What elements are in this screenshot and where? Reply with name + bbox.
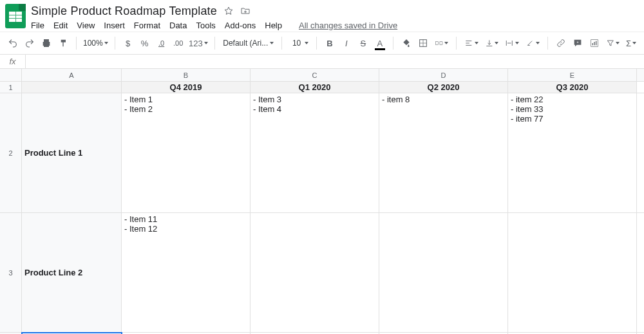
separator xyxy=(281,37,282,50)
separator xyxy=(456,37,457,50)
menu-help[interactable]: Help xyxy=(265,21,282,30)
cell-A2[interactable]: Product Line 1 xyxy=(22,93,122,212)
document-title[interactable]: Simple Product Roadmap Template xyxy=(31,5,217,18)
cell-A1[interactable] xyxy=(22,82,122,93)
paint-format-button[interactable] xyxy=(55,35,71,51)
cell-E3[interactable] xyxy=(508,213,637,332)
separator xyxy=(115,37,115,50)
menu-bar: File Edit View Insert Format Data Tools … xyxy=(31,18,397,32)
fill-color-button[interactable] xyxy=(399,35,414,51)
cell-D1[interactable]: Q2 2020 xyxy=(379,82,508,93)
borders-button[interactable] xyxy=(415,35,431,51)
svg-rect-15 xyxy=(594,42,594,45)
bold-button[interactable]: B xyxy=(322,35,337,51)
column-header-E[interactable]: E xyxy=(508,69,637,81)
separator xyxy=(214,37,215,50)
separator xyxy=(76,37,77,50)
cell-C2[interactable]: - Item 3 - Item 4 xyxy=(251,93,379,212)
row-header-1[interactable]: 1 xyxy=(0,82,22,93)
cell-B1[interactable]: Q4 2019 xyxy=(122,82,251,93)
toolbar: 100% $ % .0 .00 123 Default (Ari... 10 B… xyxy=(0,32,644,55)
separator xyxy=(393,37,393,50)
column-header-D[interactable]: D xyxy=(379,69,508,81)
cell-C3[interactable] xyxy=(251,213,379,332)
italic-button[interactable]: I xyxy=(339,35,354,51)
row-1: 1 Q4 2019 Q1 2020 Q2 2020 Q3 2020 xyxy=(0,82,644,93)
cell-E2[interactable]: - item 22 - item 33 - item 77 xyxy=(508,93,637,212)
font-size-dropdown[interactable]: 10 xyxy=(287,35,311,51)
menu-view[interactable]: View xyxy=(77,21,95,30)
sheets-logo-icon[interactable] xyxy=(5,4,26,28)
cell-D3[interactable] xyxy=(379,213,508,332)
separator xyxy=(547,37,548,50)
undo-button[interactable] xyxy=(5,35,21,51)
title-zone: Simple Product Roadmap Template File Edi… xyxy=(31,4,397,32)
cell-B2[interactable]: - Item 1 - Item 2 xyxy=(122,93,251,212)
row-2: 2 Product Line 1 - Item 1 - Item 2 - Ite… xyxy=(0,93,644,213)
filter-button[interactable] xyxy=(603,35,623,51)
select-all-corner[interactable] xyxy=(0,69,22,81)
column-header-B[interactable]: B xyxy=(122,69,251,81)
zoom-dropdown[interactable]: 100% xyxy=(82,35,109,51)
increase-decimal-button[interactable]: .00 xyxy=(171,35,186,51)
title-bar: Simple Product Roadmap Template File Edi… xyxy=(0,0,644,32)
number-format-dropdown[interactable]: 123 xyxy=(187,35,210,51)
column-headers: A B C D E xyxy=(0,69,644,82)
insert-link-button[interactable] xyxy=(553,35,569,51)
cell-C1[interactable]: Q1 2020 xyxy=(251,82,379,93)
menu-edit[interactable]: Edit xyxy=(53,21,68,30)
cell-A3[interactable]: Product Line 2 xyxy=(22,213,122,332)
row-header-3[interactable]: 3 xyxy=(0,213,22,332)
functions-button[interactable]: Σ xyxy=(623,35,639,51)
svg-rect-16 xyxy=(596,41,596,46)
redo-button[interactable] xyxy=(22,35,37,51)
spreadsheet-grid: A B C D E 1 Q4 2019 Q1 2020 Q2 2020 Q3 2… xyxy=(0,69,644,334)
menu-data[interactable]: Data xyxy=(169,21,187,30)
text-rotation-button[interactable] xyxy=(523,35,542,51)
horizontal-align-button[interactable] xyxy=(462,35,481,51)
strikethrough-button[interactable]: S xyxy=(355,35,371,51)
decrease-decimal-button[interactable]: .0 xyxy=(154,35,169,51)
row-header-2[interactable]: 2 xyxy=(0,93,22,212)
menu-tools[interactable]: Tools xyxy=(196,21,215,30)
print-button[interactable] xyxy=(39,35,54,51)
google-sheets-window: Simple Product Roadmap Template File Edi… xyxy=(0,0,644,334)
save-status[interactable]: All changes saved in Drive xyxy=(299,21,397,30)
text-color-button[interactable]: A xyxy=(372,35,388,51)
vertical-align-button[interactable] xyxy=(482,35,502,51)
currency-button[interactable]: $ xyxy=(120,35,136,51)
menu-file[interactable]: File xyxy=(31,21,44,30)
svg-rect-4 xyxy=(440,42,442,45)
formula-input[interactable] xyxy=(26,55,644,68)
formula-bar: fx xyxy=(0,55,644,69)
font-dropdown[interactable]: Default (Ari... xyxy=(220,35,276,51)
merge-cells-button[interactable] xyxy=(432,35,451,51)
star-icon[interactable] xyxy=(223,6,234,16)
title-row: Simple Product Roadmap Template xyxy=(31,4,397,18)
cell-E1[interactable]: Q3 2020 xyxy=(508,82,637,93)
row-3: 3 Product Line 2 - Item 11 - Item 12 xyxy=(0,213,644,333)
text-wrap-button[interactable] xyxy=(502,35,522,51)
grid-rows[interactable]: 1 Q4 2019 Q1 2020 Q2 2020 Q3 2020 2 Prod… xyxy=(0,82,644,334)
column-header-C[interactable]: C xyxy=(251,69,379,81)
insert-chart-button[interactable] xyxy=(587,35,602,51)
separator xyxy=(316,37,317,50)
fx-icon: fx xyxy=(0,55,26,68)
percent-button[interactable]: % xyxy=(137,35,153,51)
move-folder-icon[interactable] xyxy=(240,6,251,16)
column-header-A[interactable]: A xyxy=(22,69,122,81)
cell-D2[interactable]: - item 8 xyxy=(379,93,508,212)
menu-format[interactable]: Format xyxy=(134,21,160,30)
insert-comment-button[interactable] xyxy=(570,35,585,51)
svg-rect-3 xyxy=(436,42,439,45)
cell-B3[interactable]: - Item 11 - Item 12 xyxy=(122,213,251,332)
svg-rect-14 xyxy=(592,43,592,45)
menu-addons[interactable]: Add-ons xyxy=(225,21,256,30)
menu-insert[interactable]: Insert xyxy=(104,21,125,30)
